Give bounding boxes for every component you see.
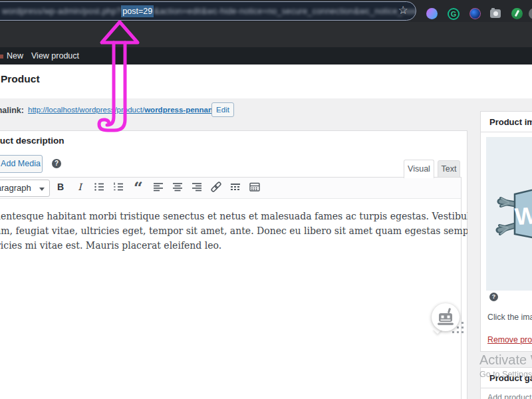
grammarly-extension-icon[interactable]: G	[448, 8, 460, 20]
permalink-label: Permalink:	[0, 106, 24, 115]
svg-text:B: B	[57, 182, 64, 192]
permalink-slug: wordpress-pennant/	[144, 106, 217, 114]
tab-visual[interactable]: Visual	[404, 160, 434, 178]
url-text-blurred-left: wordpress/wp-admin/post.php?	[2, 7, 121, 16]
resize-grip[interactable]	[462, 322, 464, 324]
screenshot-stage: wordpress/wp-admin/post.php? post=29 &ac…	[0, 0, 532, 399]
product-description-title: Product description	[0, 136, 65, 146]
help-icon[interactable]: ?	[489, 293, 498, 301]
bold-icon[interactable]: B	[55, 181, 66, 193]
ai-brain-extension-icon[interactable]	[426, 8, 438, 19]
read-more-icon[interactable]	[229, 181, 241, 193]
camera-extension-icon[interactable]	[490, 9, 501, 18]
remove-product-image-link[interactable]: Remove product image	[487, 335, 532, 344]
editor-text-line: quam, feugiat vitae, ultricies eget, tem…	[0, 225, 519, 236]
italic-icon[interactable]: I	[74, 181, 86, 193]
assistant-robot-icon[interactable]	[432, 303, 460, 331]
column-gap	[467, 98, 480, 399]
paragraph-dropdown[interactable]: Paragraph	[0, 180, 50, 197]
page-header-band	[0, 65, 532, 98]
add-media-button[interactable]: Add Media	[0, 155, 43, 173]
admin-bar-new[interactable]: New	[7, 51, 23, 61]
tab-text[interactable]: Text	[438, 160, 460, 178]
resize-grip[interactable]	[462, 327, 464, 329]
editor-text-line: ultricies mi vitae est. Mauris placerat …	[0, 240, 221, 251]
edit-permalink-button[interactable]: Edit	[211, 102, 234, 117]
numbered-list-icon[interactable]	[112, 181, 124, 193]
green-clipper-extension-icon[interactable]	[511, 8, 523, 19]
resize-grip[interactable]	[452, 331, 454, 333]
chevron-down-icon	[39, 188, 45, 191]
svg-text:I: I	[78, 182, 83, 192]
blockquote-icon[interactable]: “	[132, 181, 145, 193]
url-text-blurred-right: &action=edit&wc-hide-notice=no_secure_co…	[154, 7, 416, 16]
align-left-icon[interactable]	[152, 181, 164, 193]
admin-bar-view-product[interactable]: View product	[31, 51, 79, 61]
activate-windows-watermark: Activate Windows	[479, 352, 532, 368]
svg-text:“: “	[134, 181, 143, 193]
resize-grip[interactable]	[457, 331, 459, 333]
image-click-hint: Click the image to edit or update	[487, 313, 532, 322]
pennant-illustration: W	[486, 137, 532, 291]
align-center-icon[interactable]	[172, 181, 184, 193]
add-gallery-images-link[interactable]: Add product gallery images	[487, 393, 532, 399]
bookmark-star-icon[interactable]: ☆	[397, 5, 409, 17]
permalink-url[interactable]: http://localhost/wordpress/product/wordp…	[28, 106, 217, 114]
product-gallery-panel-title[interactable]: Product gallery	[489, 373, 532, 383]
formatting-toolbar-icons: B I “	[55, 181, 261, 193]
cut-off-admin-icon	[0, 55, 3, 59]
wp-admin-bar: New View product	[0, 47, 532, 65]
toolbar-toggle-icon[interactable]	[249, 181, 261, 193]
url-address-bar[interactable]: wordpress/wp-admin/post.php? post=29 &ac…	[0, 1, 416, 21]
product-image-panel-title[interactable]: Product image	[489, 117, 532, 127]
url-selected-text[interactable]: post=29	[121, 5, 154, 17]
insert-link-icon[interactable]	[210, 181, 222, 193]
help-icon[interactable]: ?	[52, 159, 61, 168]
pennant-letter: W	[514, 201, 532, 230]
bulleted-list-icon[interactable]	[93, 181, 105, 193]
blue-sphere-extension-icon[interactable]	[469, 8, 481, 19]
editor-text-line: Pellentesque habitant morbi tristique se…	[0, 211, 515, 221]
page-title: Product	[1, 73, 40, 85]
cut-off-extension-icon[interactable]	[529, 8, 532, 19]
browser-toolbar: wordpress/wp-admin/post.php? post=29 &ac…	[0, 0, 532, 22]
align-right-icon[interactable]	[191, 181, 203, 193]
resize-grip[interactable]	[462, 331, 464, 333]
browser-dark-band	[0, 22, 532, 47]
